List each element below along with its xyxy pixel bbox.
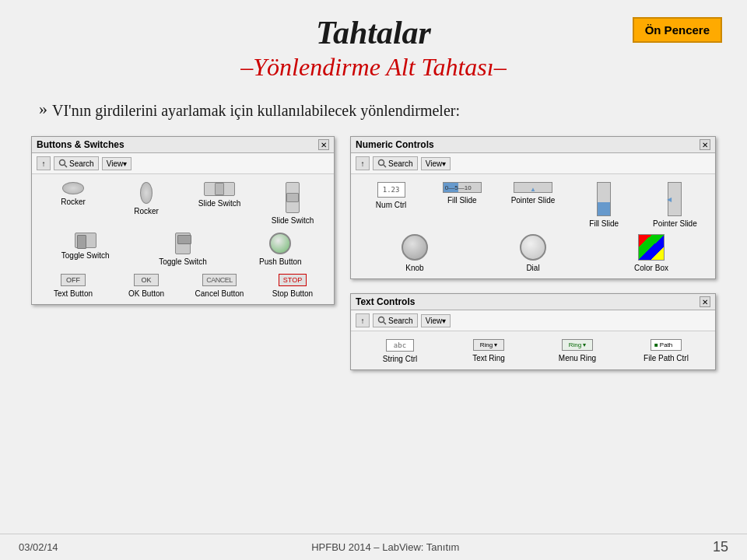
bullet-text: VI'nın girdilerini ayarlamak için kullan… (52, 99, 460, 122)
item-label: File Path Ctrl (644, 354, 689, 362)
footer: 03/02/14 HPFBU 2014 – LabView: Tanıtım 1… (0, 534, 747, 560)
item-label: Num Ctrl (376, 201, 406, 209)
view-btn-nc[interactable]: View▾ (421, 157, 451, 170)
panel-title-tc: Text Controls (356, 296, 415, 307)
string-ctrl: abc (386, 339, 414, 352)
nc-grid-row1: 1.23 Num Ctrl 0—5—10 Fill Slide Pointer … (357, 182, 709, 228)
list-item: CANCEL Cancel Button (184, 274, 254, 298)
panel-close-bs[interactable]: ✕ (318, 139, 329, 150)
header: Tahtalar –Yönlendirme Alt Tahtası– Ön Pe… (0, 0, 747, 82)
fill-slide-ctrl-2 (597, 182, 611, 216)
push-button-ctrl (269, 233, 291, 254)
item-label: Toggle Switch (159, 257, 207, 266)
right-column: Numeric Controls ✕ ↑ Search View▾ 1.23 N… (350, 136, 716, 370)
stop-button-ctrl: STOP (279, 274, 307, 286)
text-ring-ctrl: Ring ▾ (473, 339, 504, 351)
item-label: Toggle Switch (61, 251, 110, 260)
panel-title-bs: Buttons & Switches (37, 139, 124, 150)
item-label: Rocker (61, 198, 86, 206)
tc-grid: abc String Ctrl Ring ▾ Text Ring Ring (357, 339, 709, 363)
up-arrow-btn-tc[interactable]: ↑ (356, 313, 370, 327)
filepath-ctrl: ■ Path (651, 339, 682, 351)
item-label: Menu Ring (559, 354, 596, 362)
pointer-slide-ctrl-2 (668, 182, 682, 216)
left-column: Buttons & Switches ✕ ↑ Search View▾ Rock… (31, 136, 335, 370)
panel-titlebar-tc: Text Controls ✕ (351, 294, 715, 310)
panel-content-tc: abc String Ctrl Ring ▾ Text Ring Ring (351, 331, 715, 369)
svg-line-1 (65, 165, 67, 167)
dial-ctrl (520, 234, 546, 261)
item-label: Fill Slide (447, 196, 477, 205)
knob-ctrl (402, 234, 428, 261)
list-item: Slide Switch (258, 182, 328, 225)
item-label: Cancel Button (195, 289, 244, 298)
list-item: OFF Text Button (38, 274, 108, 298)
view-btn-bs[interactable]: View▾ (102, 157, 132, 170)
search-btn-bs[interactable]: Search (54, 156, 99, 170)
search-btn-nc[interactable]: Search (373, 156, 418, 170)
rocker-ctrl-1 (62, 182, 84, 194)
item-label: Slide Switch (272, 216, 314, 225)
rocker-ctrl-2 (140, 182, 153, 204)
panel-close-nc[interactable]: ✕ (700, 139, 710, 150)
list-item: Toggle Switch (38, 233, 132, 266)
search-btn-tc[interactable]: Search (373, 313, 418, 327)
panel-close-tc[interactable]: ✕ (700, 296, 710, 307)
list-item: Color Box (594, 234, 709, 272)
menu-ring-ctrl: Ring ▾ (562, 339, 593, 351)
list-item: Pointer Slide (499, 182, 566, 228)
bullet-section: » VI'nın girdilerini ayarlamak için kull… (39, 99, 708, 122)
svg-point-4 (379, 317, 384, 323)
item-label: Color Box (634, 264, 668, 272)
bs-grid-row2: Toggle Switch Toggle Switch Push Button (38, 233, 328, 266)
item-label: Rocker (134, 207, 159, 215)
list-item: Dial (475, 234, 591, 272)
ok-button-ctrl: OK (134, 274, 158, 286)
toggle-switch-ctrl-2 (175, 233, 191, 254)
pointer-slide-ctrl-1 (514, 182, 552, 193)
up-arrow-btn-bs[interactable]: ↑ (37, 156, 51, 170)
svg-point-0 (60, 160, 65, 166)
list-item: Slide Switch (184, 182, 254, 225)
panel-content-bs: Rocker Rocker Slide Switch Slide Switch (32, 174, 334, 304)
view-btn-tc[interactable]: View▾ (421, 314, 451, 327)
svg-line-3 (384, 165, 386, 167)
list-item: Rocker (38, 182, 108, 225)
bs-grid-row3: OFF Text Button OK OK Button CANCEL Canc… (38, 274, 328, 298)
list-item: Pointer Slide (641, 182, 709, 228)
item-label: Pointer Slide (653, 219, 697, 228)
panel-title-nc: Numeric Controls (356, 139, 434, 150)
panel-toolbar-nc: ↑ Search View▾ (351, 153, 715, 174)
panel-toolbar-bs: ↑ Search View▾ (32, 153, 334, 174)
list-item: 0—5—10 Fill Slide (428, 182, 496, 228)
panels-row: Buttons & Switches ✕ ↑ Search View▾ Rock… (31, 136, 716, 370)
slide-switch-ctrl-2 (286, 182, 300, 213)
up-arrow-btn-nc[interactable]: ↑ (356, 156, 370, 170)
list-item: Push Button (233, 233, 328, 266)
bs-grid-row1: Rocker Rocker Slide Switch Slide Switch (38, 182, 328, 225)
item-label: String Ctrl (383, 355, 417, 363)
panel-titlebar-nc: Numeric Controls ✕ (351, 137, 715, 153)
search-label-tc: Search (388, 317, 413, 325)
item-label: Pointer Slide (511, 196, 556, 205)
list-item: Rocker (111, 182, 181, 225)
list-item: Knob (357, 234, 472, 272)
footer-center: HPFBU 2014 – LabView: Tanıtım (311, 541, 459, 553)
slide-switch-ctrl-1 (204, 182, 235, 196)
list-item: STOP Stop Button (258, 274, 328, 298)
item-label: Fill Slide (589, 219, 619, 228)
list-item: Ring ▾ Text Ring (446, 339, 531, 363)
list-item: Ring ▾ Menu Ring (535, 339, 620, 363)
off-button-ctrl: OFF (61, 274, 86, 286)
list-item: 1.23 Num Ctrl (357, 182, 425, 228)
footer-page: 15 (713, 539, 728, 555)
list-item: abc String Ctrl (357, 339, 443, 363)
page-subtitle: –Yönlendirme Alt Tahtası– (0, 53, 747, 82)
footer-date: 03/02/14 (19, 541, 58, 553)
item-label: OK Button (128, 289, 164, 298)
fill-slide-ctrl-1: 0—5—10 (443, 182, 482, 193)
on-pencere-badge: Ön Pencere (633, 17, 722, 43)
panel-content-nc: 1.23 Num Ctrl 0—5—10 Fill Slide Pointer … (351, 174, 715, 278)
item-label: Text Button (54, 289, 93, 298)
num-ctrl: 1.23 (377, 182, 405, 198)
